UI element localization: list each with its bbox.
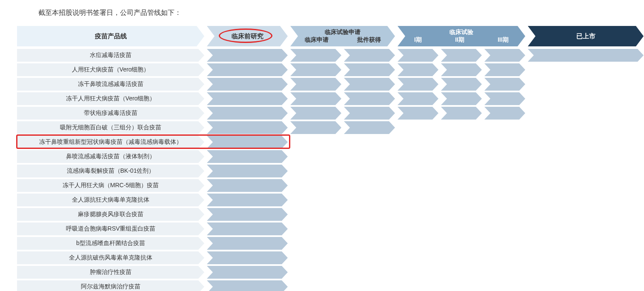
stage-arrow-icon [398,107,438,120]
stage-cell [290,121,341,134]
stage-cell [484,92,525,105]
product-name: 水痘减毒活疫苗 [17,49,204,62]
stage-arrow-icon [207,63,288,76]
stage-cell [484,78,525,91]
stage-cell [441,49,482,62]
stage-arrow-icon [344,107,395,120]
product-cell: 流感病毒裂解疫苗（BK-01佐剂） [17,165,204,177]
header-phase2-label: II期 [455,36,464,44]
stage-cell [344,49,395,62]
product-name: 冻干鼻喷重组新型冠状病毒疫苗（减毒流感病毒载体） [17,136,204,148]
header-row: 疫苗产品线 临床前研究 临床试验申请 临床申请 批件获得 临床试验 [17,26,630,46]
stage-cell [528,49,644,62]
pipeline-row: 冻干人用狂犬病疫苗（Vero细胞） [17,92,630,105]
stage-arrow-icon [441,49,482,62]
stage-arrow-icon [484,107,525,120]
stage-arrow-icon [398,78,438,91]
header-phase1-label: I期 [414,36,422,44]
stage-arrow-icon [441,78,482,91]
stage-cell [484,63,525,76]
product-cell: 全人源抗狂犬病毒单克隆抗体 [17,194,204,206]
stage-arrow-icon [207,208,288,221]
pipeline-chart: 疫苗产品线 临床前研究 临床试验申请 临床申请 批件获得 临床试验 [17,26,630,291]
stage-arrow-icon [528,49,644,62]
stage-arrow-icon [344,63,395,76]
stage-arrow-icon [344,78,395,91]
stage-cell [441,78,482,91]
stage-arrow-icon [484,78,525,91]
pipeline-row: 带状疱疹减毒活疫苗 [17,107,630,120]
stage-arrow-icon [441,63,482,76]
product-cell: 呼吸道合胞病毒RSV重组蛋白疫苗 [17,223,204,235]
header-product: 疫苗产品线 [17,26,204,46]
product-cell: 全人源抗破伤风毒素单克隆抗体 [17,251,204,264]
product-cell: 水痘减毒活疫苗 [17,49,204,62]
product-cell: 麻疹腮腺炎风疹联合疫苗 [17,208,204,221]
stage-cell [207,280,288,291]
product-name: 冻干人用狂犬病（MRC-5细胞）疫苗 [17,179,204,192]
stage-cell [344,121,395,134]
pipeline-row: 肿瘤治疗性疫苗 [17,266,630,279]
stage-cell [398,107,438,120]
pipeline-row: 水痘减毒活疫苗 [17,49,630,62]
stage-cell [290,63,341,76]
stage-cell [398,92,438,105]
product-cell: 冻干人用狂犬病（MRC-5细胞）疫苗 [17,179,204,192]
stage-cell [207,107,288,120]
stage-arrow-icon [207,251,288,264]
product-name: 人用狂犬病疫苗（Vero细胞） [17,63,204,76]
pipeline-row: 冻干鼻喷重组新型冠状病毒疫苗（减毒流感病毒载体） [17,136,630,148]
stage-arrow-icon [344,121,395,134]
product-name: 肿瘤治疗性疫苗 [17,266,204,279]
stage-cell [398,78,438,91]
stage-arrow-icon [207,136,288,148]
stage-cell [207,121,288,134]
pipeline-row: 阿尔兹海默病治疗疫苗 [17,280,630,291]
stage-arrow-icon [290,92,341,105]
pipeline-row: 呼吸道合胞病毒RSV重组蛋白疫苗 [17,223,630,235]
stage-arrow-icon [290,121,341,134]
stage-arrow-icon [290,107,341,120]
stage-cell [484,49,525,62]
stage-cell [290,78,341,91]
stage-cell [207,92,288,105]
stage-arrow-icon [207,280,288,291]
pipeline-row: 冻干鼻喷流感减毒活疫苗 [17,78,630,91]
header-trial-group-label: 临床试验 [449,29,473,36]
stage-arrow-icon [207,107,288,120]
product-name: 冻干人用狂犬病疫苗（Vero细胞） [17,92,204,105]
stage-cell [207,150,288,163]
header-apply-sub2-label: 批件获得 [357,36,381,44]
stage-cell [344,78,395,91]
product-cell: 人用狂犬病疫苗（Vero细胞） [17,63,204,76]
stage-cell [441,107,482,120]
stage-arrow-icon [207,150,288,163]
pipeline-row: 全人源抗破伤风毒素单克隆抗体 [17,251,630,264]
product-name: 麻疹腮腺炎风疹联合疫苗 [17,208,204,221]
product-cell: 鼻喷流感减毒活疫苗（液体制剂） [17,150,204,163]
stage-arrow-icon [441,107,482,120]
product-name: b型流感嗜血杆菌结合疫苗 [17,237,204,250]
stage-arrow-icon [207,194,288,206]
stage-cell [441,92,482,105]
stage-cell [398,63,438,76]
stage-cell [344,107,395,120]
stage-arrow-icon [207,237,288,250]
stage-arrow-icon [398,63,438,76]
stage-cell [398,49,438,62]
pipeline-row: 流感病毒裂解疫苗（BK-01佐剂） [17,165,630,177]
product-cell: 带状疱疹减毒活疫苗 [17,107,204,120]
stage-arrow-icon [207,78,288,91]
header-apply-group-label: 临床试验申请 [325,29,361,36]
stage-cell [441,63,482,76]
stage-arrow-icon [441,92,482,105]
stage-arrow-icon [290,78,341,91]
header-preclinical-label: 临床前研究 [232,32,263,40]
stage-arrow-icon [290,49,341,62]
header-marketed: 已上市 [528,26,644,46]
stage-cell [207,208,288,221]
stage-arrow-icon [484,92,525,105]
product-name: 全人源抗破伤风毒素单克隆抗体 [17,251,204,264]
product-name: 鼻喷流感减毒活疫苗（液体制剂） [17,150,204,163]
stage-cell [207,237,288,250]
